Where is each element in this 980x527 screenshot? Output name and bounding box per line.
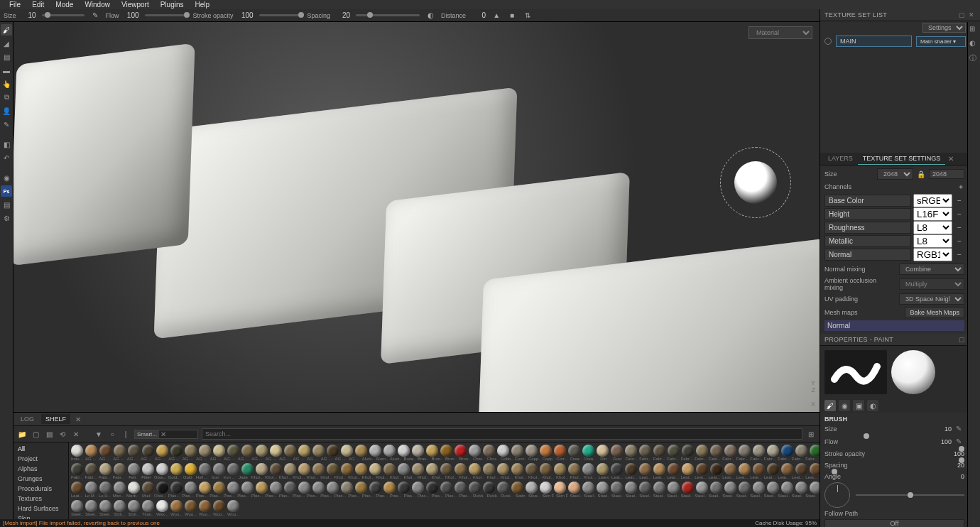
- material-swatch[interactable]: [156, 482, 168, 494]
- material-swatch[interactable]: [739, 463, 751, 475]
- material-swatch[interactable]: [668, 445, 680, 457]
- distance-value[interactable]: 0: [472, 11, 486, 19]
- viewport-3d[interactable]: Y Z X Material: [13, 22, 820, 412]
- pen-pressure-icon[interactable]: ✎: [956, 438, 964, 446]
- material-swatch[interactable]: [241, 463, 254, 475]
- material-swatch[interactable]: [398, 463, 410, 475]
- close-icon[interactable]: ✕: [969, 11, 976, 18]
- trash-icon[interactable]: ✕: [71, 429, 81, 439]
- material-swatch[interactable]: [99, 482, 111, 494]
- shelf-cat-hard-surfaces[interactable]: Hard Surfaces: [13, 504, 68, 514]
- lock-icon[interactable]: 🔒: [917, 170, 925, 178]
- material-swatch[interactable]: [710, 463, 722, 475]
- material-swatch[interactable]: [170, 445, 183, 457]
- material-swatch[interactable]: [753, 445, 765, 457]
- material-swatch[interactable]: [85, 500, 97, 512]
- material-swatch[interactable]: [469, 463, 481, 475]
- material-swatch[interactable]: [284, 463, 296, 475]
- material-swatch[interactable]: [753, 463, 765, 475]
- circle-icon[interactable]: ○: [107, 429, 117, 439]
- material-swatch[interactable]: [142, 482, 154, 494]
- material-swatch[interactable]: [739, 482, 751, 494]
- material-swatch[interactable]: [426, 482, 438, 494]
- material-swatch[interactable]: [156, 500, 168, 512]
- spacing-slider[interactable]: [356, 14, 420, 16]
- add-channel-icon[interactable]: ＋: [957, 182, 964, 192]
- pipe-icon[interactable]: |: [121, 429, 131, 439]
- ts-settings-select[interactable]: Settings: [922, 23, 966, 33]
- material-swatch[interactable]: [85, 463, 97, 475]
- texture-size-select[interactable]: 2048: [877, 168, 913, 180]
- clone-tool-icon[interactable]: ⧉: [1, 92, 12, 103]
- material-swatch[interactable]: [298, 445, 310, 457]
- pen-pressure-icon[interactable]: ✎: [956, 425, 964, 433]
- shelf-cat-grunges[interactable]: Grunges: [13, 474, 68, 484]
- material-swatch[interactable]: [369, 482, 381, 494]
- material-swatch[interactable]: [795, 445, 807, 457]
- material-swatch[interactable]: [71, 482, 83, 494]
- channel-format-select[interactable]: RGB16F: [913, 248, 952, 261]
- material-swatch[interactable]: [312, 482, 325, 494]
- material-swatch[interactable]: [71, 445, 83, 457]
- material-swatch[interactable]: [398, 482, 410, 494]
- material-swatch[interactable]: [256, 482, 268, 494]
- filter-icon[interactable]: ▼: [94, 429, 104, 439]
- material-swatch[interactable]: [213, 445, 225, 457]
- material-swatch[interactable]: [383, 463, 396, 475]
- material-swatch[interactable]: [597, 482, 609, 494]
- material-swatch[interactable]: [611, 445, 623, 457]
- material-swatch[interactable]: [185, 500, 197, 512]
- normal-map-row[interactable]: Normal: [827, 322, 850, 330]
- material-swatch[interactable]: [412, 445, 424, 457]
- close-icon[interactable]: ✕: [945, 153, 957, 165]
- tab-layers[interactable]: LAYERS: [823, 153, 858, 165]
- shelf-search-input[interactable]: [202, 428, 802, 440]
- shelf-cat-textures[interactable]: Textures: [13, 494, 68, 504]
- angle-dial[interactable]: [824, 482, 850, 508]
- angle-slider[interactable]: [856, 494, 964, 496]
- smudge-tool-icon[interactable]: 👆: [1, 78, 12, 89]
- material-swatch[interactable]: [795, 482, 807, 494]
- material-swatch[interactable]: [71, 500, 83, 512]
- flow-value[interactable]: 100: [125, 11, 139, 19]
- material-swatch[interactable]: [99, 463, 111, 475]
- shelf-cat-procedurals[interactable]: Procedurals: [13, 484, 68, 494]
- material-swatch[interactable]: [511, 445, 523, 457]
- material-swatch[interactable]: [511, 482, 523, 494]
- menu-viewport[interactable]: Viewport: [116, 1, 155, 9]
- material-swatch[interactable]: [682, 445, 694, 457]
- quick-mask-icon[interactable]: ◧: [1, 138, 12, 150]
- material-swatch[interactable]: [142, 445, 154, 457]
- material-swatch[interactable]: [199, 500, 211, 512]
- material-swatch[interactable]: [511, 463, 523, 475]
- material-swatch[interactable]: [256, 463, 268, 475]
- material-swatch[interactable]: [625, 482, 637, 494]
- folder-icon[interactable]: ▤: [44, 429, 54, 439]
- material-swatch[interactable]: [114, 482, 126, 494]
- fill-tool-icon[interactable]: ▬: [1, 65, 12, 76]
- shelf-filter-tag[interactable]: Smart...✕: [134, 430, 198, 439]
- menu-plugins[interactable]: Plugins: [155, 1, 190, 9]
- material-swatch[interactable]: [454, 482, 467, 494]
- material-swatch[interactable]: [668, 463, 680, 475]
- bake-mesh-maps-button[interactable]: Bake Mesh Maps: [905, 307, 964, 318]
- menu-help[interactable]: Help: [190, 1, 216, 9]
- material-swatch[interactable]: [270, 463, 282, 475]
- material-swatch[interactable]: [810, 482, 820, 494]
- material-swatch[interactable]: [241, 482, 254, 494]
- material-swatch[interactable]: [483, 463, 495, 475]
- tab-shelf[interactable]: SHELF: [41, 414, 70, 424]
- material-swatch[interactable]: [185, 482, 197, 494]
- material-swatch[interactable]: [355, 482, 367, 494]
- material-tab-icon[interactable]: ◐: [867, 400, 878, 411]
- display-icon[interactable]: ⓘ: [969, 53, 979, 63]
- material-swatch[interactable]: [454, 445, 467, 457]
- material-swatch[interactable]: [341, 463, 353, 475]
- material-swatch[interactable]: [526, 482, 538, 494]
- material-swatch[interactable]: [540, 482, 552, 494]
- material-swatch[interactable]: [497, 445, 509, 457]
- material-swatch[interactable]: [653, 445, 665, 457]
- material-swatch[interactable]: [270, 482, 282, 494]
- size-value[interactable]: 10: [22, 11, 36, 19]
- material-swatch[interactable]: [185, 445, 197, 457]
